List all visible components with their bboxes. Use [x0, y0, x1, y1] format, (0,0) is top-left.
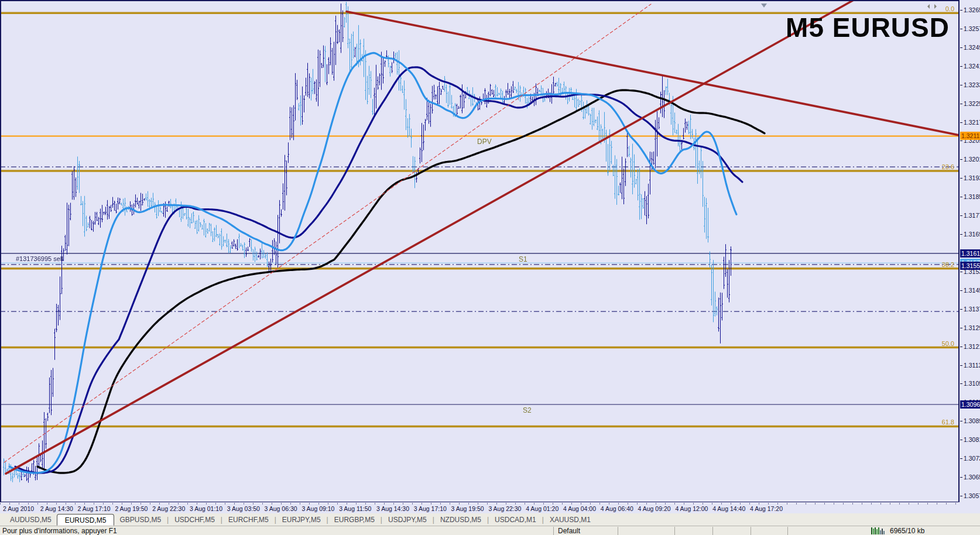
time-axis-label: 3 Aug 11:50 — [339, 505, 371, 512]
price-axis-label: 1.31055 — [964, 380, 980, 387]
price-axis-label: 1.31935 — [964, 174, 980, 181]
price-axis[interactable]: 1.326551.325751.324951.324151.323351.322… — [959, 0, 980, 502]
time-axis-label: 4 Aug 14:40 — [712, 505, 745, 512]
time-axis-label: 3 Aug 03:50 — [227, 505, 260, 512]
price-tag: 1.32115 — [960, 132, 980, 140]
time-axis-label: 3 Aug 19:50 — [451, 505, 484, 512]
price-axis-label: 1.30575 — [964, 492, 980, 499]
time-axis-label: 2 Aug 19:50 — [115, 505, 148, 512]
price-axis-label: 1.32255 — [964, 100, 980, 107]
time-axis-label: 4 Aug 17:20 — [750, 505, 783, 512]
time-axis-label: 3 Aug 06:30 — [265, 505, 297, 512]
price-axis-label: 1.32575 — [964, 25, 980, 32]
fib-level-label: 61.8 — [942, 419, 954, 426]
terminal-window: M5 EURUSD 1.326551.325751.324951.324151.… — [0, 0, 980, 535]
statusbar-separator — [787, 527, 788, 535]
tab-eurusd-m5[interactable]: EURUSD,M5 — [57, 514, 115, 526]
time-axis-label: 4 Aug 06:40 — [601, 505, 633, 512]
price-tag: 1.30966 — [960, 400, 980, 409]
time-axis-ticks — [0, 503, 959, 505]
statusbar-separator — [674, 527, 675, 535]
price-axis-label: 1.32335 — [964, 81, 980, 88]
tab-eurgbp-m5[interactable]: EURGBP,M5 — [329, 513, 380, 526]
price-tag: 1.31559 — [960, 262, 980, 270]
time-axis[interactable]: 2 Aug 20102 Aug 14:302 Aug 17:102 Aug 19… — [0, 503, 959, 513]
tab-usdcad-m1[interactable]: USDCAD,M1 — [489, 513, 542, 526]
status-profile[interactable]: Default — [558, 527, 580, 535]
time-axis-label: 3 Aug 22:30 — [488, 505, 521, 512]
price-axis-label: 1.31775 — [964, 212, 980, 219]
fib-level-label: 23.6 — [942, 163, 954, 170]
price-axis-label: 1.32415 — [964, 63, 980, 70]
fib-level-label: 50.0 — [942, 340, 954, 347]
chart-tab-bar: AUDUSD,M5EURUSD,M5GBPUSD,M5|USDCHF,M5|EU… — [0, 513, 980, 526]
price-axis-label: 1.32655 — [964, 6, 980, 13]
tab-scroll-right-icon[interactable] — [934, 4, 939, 9]
price-axis-label: 1.31215 — [964, 343, 980, 350]
price-axis-label: 1.30895 — [964, 417, 980, 424]
tab-eurjpy-m5[interactable]: EURJPY,M5 — [277, 513, 326, 526]
price-axis-label: 1.30655 — [964, 474, 980, 481]
tab-nzdusd-m5[interactable]: NZDUSD,M5 — [435, 513, 486, 526]
tab-xauusd-m1[interactable]: XAUUSD,M1 — [544, 513, 596, 526]
time-axis-label: 2 Aug 2010 — [3, 505, 34, 512]
time-axis-label: 3 Aug 09:10 — [301, 505, 334, 512]
price-axis-label: 1.32495 — [964, 44, 980, 51]
tab-usdchf-m5[interactable]: USDCHF,M5 — [169, 513, 220, 526]
support-s2-label: S2 — [523, 406, 532, 414]
time-axis-label: 2 Aug 22:30 — [152, 505, 185, 512]
price-axis-label: 1.32015 — [964, 156, 980, 163]
connection-bars-icon — [871, 527, 886, 534]
statusbar-separator — [553, 527, 554, 535]
price-axis-label: 1.31375 — [964, 306, 980, 313]
status-traffic: 6965/10 kb — [890, 527, 924, 535]
tab-usdjpy-m5[interactable]: USDJPY,M5 — [383, 513, 432, 526]
price-axis-label: 1.31295 — [964, 324, 980, 331]
tab-eurchf-m5[interactable]: EURCHF,M5 — [223, 513, 274, 526]
time-axis-label: 2 Aug 14:30 — [40, 505, 73, 512]
price-axis-label: 1.31455 — [964, 287, 980, 294]
price-chart-canvas[interactable] — [0, 0, 959, 502]
status-bar: Pour plus d'informations, appuyer F1 Def… — [0, 526, 980, 535]
tab-audusd-m5[interactable]: AUDUSD,M5 — [5, 513, 57, 526]
time-axis-label: 4 Aug 12:00 — [675, 505, 708, 512]
open-order-label: #131736995 sell — [16, 255, 63, 262]
time-axis-label: 4 Aug 09:20 — [638, 505, 671, 512]
tab-scroll-left-icon[interactable] — [925, 4, 930, 9]
price-axis-label: 1.31135 — [964, 362, 980, 369]
price-axis-label: 1.30815 — [964, 436, 980, 443]
price-axis-label: 1.31855 — [964, 193, 980, 200]
price-tag: 1.31613 — [960, 249, 980, 258]
price-axis-label: 1.32175 — [964, 119, 980, 126]
tab-gbpusd-m5[interactable]: GBPUSD,M5 — [114, 513, 166, 526]
price-axis-label: 1.30735 — [964, 455, 980, 462]
statusbar-separator — [751, 527, 751, 535]
time-axis-label: 4 Aug 04:00 — [563, 505, 596, 512]
chart-watermark-title: M5 EURUSD — [786, 12, 950, 43]
statusbar-separator — [712, 527, 713, 535]
time-axis-label: 3 Aug 17:10 — [414, 505, 447, 512]
time-axis-label: 4 Aug 01:20 — [526, 505, 558, 512]
support-s1-label: S1 — [519, 255, 527, 263]
statusbar-separator — [618, 527, 618, 535]
status-help-text: Pour plus d'informations, appuyer F1 — [2, 527, 117, 535]
fib-level-label: 38.2 — [942, 261, 954, 268]
time-axis-label: 2 Aug 17:10 — [78, 505, 111, 512]
time-axis-label: 3 Aug 01:10 — [190, 505, 222, 512]
pivot-dpv-label: DPV — [477, 138, 492, 146]
time-axis-label: 3 Aug 14:30 — [376, 505, 409, 512]
price-axis-label: 1.31695 — [964, 231, 980, 238]
